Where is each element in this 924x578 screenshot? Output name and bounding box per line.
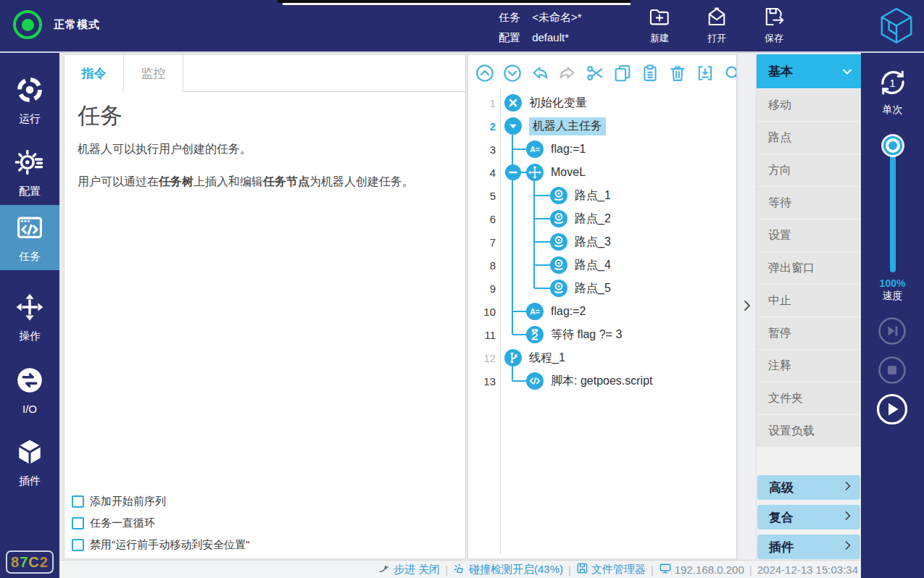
expand-caret-icon[interactable] xyxy=(504,117,522,135)
collision-detection-status[interactable]: 碰撞检测开启(43%) xyxy=(453,562,563,577)
sidebar-item-operate[interactable]: 操作 xyxy=(0,285,59,350)
sidebar-item-run[interactable]: 运行 xyxy=(0,67,59,133)
line-number: 1 xyxy=(468,97,496,109)
task-options: 添加开始前序列 任务一直循环 禁用"运行前手动移动到安全位置" xyxy=(72,490,250,556)
sidebar-item-config[interactable]: 配置 xyxy=(0,140,59,205)
insert-node-button[interactable] xyxy=(694,62,716,84)
command-folder[interactable]: 文件夹 xyxy=(757,382,861,414)
command-comment[interactable]: 注释 xyxy=(757,350,861,382)
single-run-mode[interactable]: 1 单次 xyxy=(861,66,924,117)
checkbox-add-preamble[interactable]: 添加开始前序列 xyxy=(72,490,250,512)
tab-instruction[interactable]: 指令 xyxy=(64,55,124,92)
open-envelope-icon xyxy=(704,6,729,30)
tree-row-init-vars[interactable]: 1 初始化变量 xyxy=(468,91,737,114)
cut-button[interactable] xyxy=(584,62,606,84)
command-group-advanced[interactable]: 高级 xyxy=(757,475,860,500)
svg-text:A=: A= xyxy=(530,145,540,154)
screen-artifact-line xyxy=(283,3,630,5)
task-desc-line1: 机器人可以执行用户创建的任务。 xyxy=(78,141,452,157)
tree-row-wait[interactable]: 11 等待 flag ?= 3 xyxy=(468,323,737,346)
delete-button[interactable] xyxy=(667,62,688,84)
file-manager-link[interactable]: 文件管理器 xyxy=(576,562,646,577)
line-number: 7 xyxy=(468,236,496,248)
undo-button[interactable] xyxy=(529,62,551,84)
command-group-plugin[interactable]: 插件 xyxy=(757,535,860,559)
copy-button[interactable] xyxy=(612,62,633,84)
speed-slider-track[interactable] xyxy=(890,145,896,272)
command-panel: 基本 移动 路点 方向 等待 设置 弹出窗口 中止 暂停 注释 文件夹 设置负载… xyxy=(757,54,861,559)
stop-button[interactable] xyxy=(877,355,907,388)
tree-row-assign-flag2[interactable]: 10 A= flag:=2 xyxy=(468,300,737,323)
speed-slider-knob[interactable] xyxy=(883,136,902,155)
tree-row-waypoint2[interactable]: 6 路点_2 xyxy=(468,207,737,230)
command-popup[interactable]: 弹出窗口 xyxy=(757,252,861,284)
new-task-label: 新建 xyxy=(650,32,669,45)
expand-panel-chevron[interactable] xyxy=(741,298,753,316)
speed-label: 速度 xyxy=(861,290,924,302)
tree-node-label: 初始化变量 xyxy=(529,96,587,111)
tab-monitor[interactable]: 监控 xyxy=(124,55,183,92)
tree-node-label: 路点_2 xyxy=(575,211,611,227)
code-window-icon xyxy=(14,212,45,245)
checkbox-icon xyxy=(72,495,84,508)
save-task-button[interactable]: 保存 xyxy=(757,6,791,45)
command-pause[interactable]: 暂停 xyxy=(757,317,861,349)
tree-row-waypoint3[interactable]: 7 路点_3 xyxy=(468,230,737,254)
tree-node-label: 路点_3 xyxy=(575,235,611,250)
collapse-toggle-movel[interactable] xyxy=(505,164,521,180)
open-task-button[interactable]: 打开 xyxy=(699,6,734,45)
line-number: 8 xyxy=(468,259,496,272)
tree-toolbar xyxy=(474,62,737,84)
line-number: 2 xyxy=(468,120,496,133)
sidebar-item-task[interactable]: 任务 xyxy=(0,205,59,270)
ip-address: 192.168.0.200 xyxy=(675,564,744,576)
move-down-button[interactable] xyxy=(501,62,523,84)
checkbox-loop-forever[interactable]: 任务一直循环 xyxy=(72,512,250,534)
tree-row-thread[interactable]: 12 线程_1 xyxy=(468,346,737,369)
robot-mode-indicator[interactable]: 正常模式 xyxy=(13,10,100,39)
tree-row-main-task[interactable]: 2 机器人主任务 xyxy=(468,114,737,138)
single-cycle-icon: 1 xyxy=(876,66,910,99)
checkbox-icon xyxy=(72,517,84,529)
step-forward-button[interactable] xyxy=(877,316,907,349)
tree-row-waypoint5[interactable]: 9 路点_5 xyxy=(468,277,737,300)
tree-row-waypoint1[interactable]: 5 路点_1 xyxy=(468,184,737,207)
command-move[interactable]: 移动 xyxy=(757,89,861,121)
sidebar-item-plugin[interactable]: 插件 xyxy=(0,430,59,495)
command-group-composite[interactable]: 复合 xyxy=(757,505,860,529)
run-target-icon xyxy=(14,75,45,107)
sidebar-item-io[interactable]: I/O xyxy=(0,357,59,422)
command-direction[interactable]: 方向 xyxy=(757,154,861,186)
tree-node-label: 路点_4 xyxy=(575,258,611,273)
file-manager-label: 文件管理器 xyxy=(591,563,646,577)
waypoint-pin-icon xyxy=(550,210,567,227)
separator: | xyxy=(445,564,448,576)
command-wait[interactable]: 等待 xyxy=(757,187,861,219)
command-set[interactable]: 设置 xyxy=(757,219,861,251)
new-task-button[interactable]: 新建 xyxy=(642,6,677,45)
task-tree: 1 初始化变量 2 机器人主任务 3 A= flag:=1 xyxy=(468,91,737,393)
move-up-button[interactable] xyxy=(474,62,496,84)
task-label: 任务 xyxy=(499,11,520,23)
command-waypoint[interactable]: 路点 xyxy=(757,122,861,154)
waypoint-pin-icon xyxy=(550,187,567,204)
tree-row-script[interactable]: 13 脚本: getpoes.script xyxy=(468,369,737,393)
line-number: 6 xyxy=(468,213,496,225)
search-button[interactable] xyxy=(722,62,737,84)
command-abort[interactable]: 中止 xyxy=(757,285,861,317)
checkbox-label: 添加开始前序列 xyxy=(90,495,166,508)
waypoint-pin-icon xyxy=(550,233,567,251)
task-name-value: <未命名>* xyxy=(532,11,581,23)
play-button[interactable] xyxy=(875,393,909,429)
paste-button[interactable] xyxy=(639,62,661,84)
step-mode-status[interactable]: 步进 关闭 xyxy=(378,562,440,577)
command-set-payload[interactable]: 设置负载 xyxy=(757,415,861,447)
run-control-rail: 1 单次 100% 速度 xyxy=(861,53,924,578)
redo-button[interactable] xyxy=(557,62,578,84)
checkbox-disable-safe-move[interactable]: 禁用"运行前手动移动到安全位置" xyxy=(72,534,250,556)
sidebar-label-run: 运行 xyxy=(19,112,41,126)
move-command-icon xyxy=(526,164,544,181)
tree-row-assign-flag1[interactable]: 3 A= flag:=1 xyxy=(468,138,737,161)
command-category-basic[interactable]: 基本 xyxy=(757,54,861,88)
tree-row-waypoint4[interactable]: 8 路点_4 xyxy=(468,254,737,277)
